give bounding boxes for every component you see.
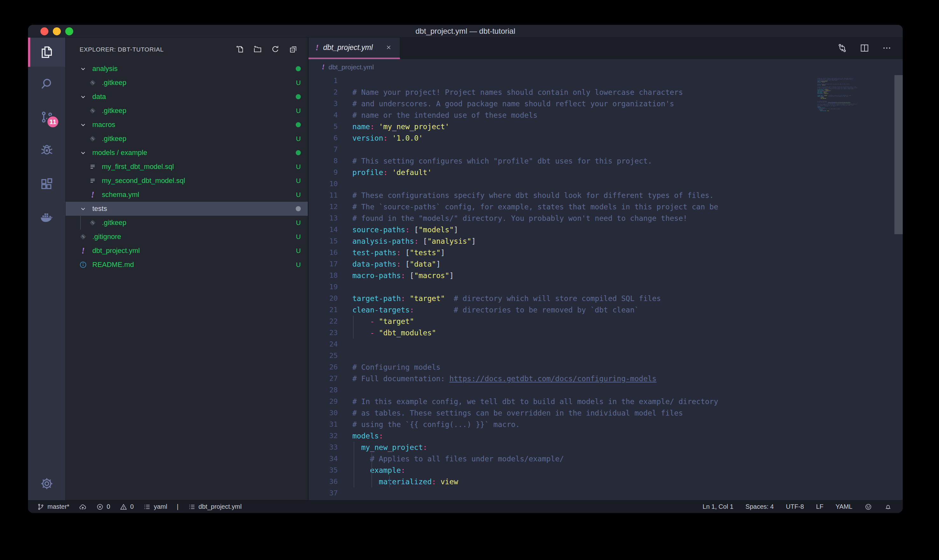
code-line-26[interactable]: 26# Configuring models [308,362,903,373]
status-eol-indicator[interactable]: LF [816,503,824,510]
activity-item-settings[interactable] [28,467,65,500]
tree-item-analysis[interactable]: analysis [66,62,308,76]
chevron-down-icon [78,92,88,102]
activity-item-debug[interactable] [28,134,65,167]
tree-item-readme-md[interactable]: README.mdU [66,258,308,272]
code-editor[interactable]: 12# Name your project! Project names sho… [308,75,903,500]
code-line-15[interactable]: 15analysis-paths: ["analysis"] [308,235,903,247]
status-publish-button[interactable] [79,503,86,511]
status-outline-file-indicator[interactable]: dbt_project.yml [188,503,242,511]
status-indentation-indicator[interactable]: Spaces: 4 [745,503,774,510]
tree-item-data[interactable]: data [66,90,308,104]
code-line-3[interactable]: 3# and underscores. A good package name … [308,98,903,109]
yaml-warning-icon: ! [322,63,325,71]
tree-item-macros[interactable]: macros [66,118,308,132]
code-line-17[interactable]: 17data-paths: ["data"] [308,258,903,270]
code-line-34[interactable]: 34 # Applies to all files under models/e… [308,453,903,465]
code-line-14[interactable]: 14source-paths: ["models"] [308,224,903,235]
code-line-30[interactable]: 30# as tables. These settings can be ove… [308,407,903,419]
code-line-8[interactable]: 8# This setting configures which "profil… [308,155,903,167]
tree-item--gitkeep[interactable]: .gitkeepU [66,104,308,118]
code-line-35[interactable]: 35 example: [308,465,903,476]
tree-item-my-second-dbt-model-sql[interactable]: my_second_dbt_model.sqlU [66,174,308,188]
tree-item--gitignore[interactable]: .gitignoreU [66,230,308,244]
status-outline-yaml-indicator[interactable]: yaml [143,503,167,511]
code-line-18[interactable]: 18macro-paths: ["macros"] [308,270,903,281]
status-notifications-bell[interactable] [884,503,892,511]
code-line-10[interactable]: 10 [308,178,903,190]
new-folder-button[interactable] [253,45,263,54]
code-line-33[interactable]: 33 my_new_project: [308,442,903,453]
new-file-button[interactable] [235,45,245,54]
more-actions-button[interactable] [882,43,893,54]
activity-item-search[interactable] [28,67,65,100]
activity-item-source-control[interactable]: 11 [28,100,65,134]
code-line-22[interactable]: 22 - "target" [308,315,903,327]
code-line-13[interactable]: 13# found in the "models/" directory. Yo… [308,212,903,224]
git-status-dot [296,94,301,99]
split-editor-button[interactable] [859,43,870,54]
tree-item-schema-yml[interactable]: !schema.ymlU [66,188,308,202]
code-line-20[interactable]: 20target-path: "target" # directory whic… [308,293,903,304]
tree-item-dbt-project-yml[interactable]: !dbt_project.ymlU [66,244,308,258]
tree-item--gitkeep[interactable]: .gitkeepU [66,76,308,90]
minimize-window-button[interactable] [53,28,61,35]
status-encoding-indicator[interactable]: UTF-8 [786,503,804,510]
zoom-window-button[interactable] [65,28,73,35]
code-line-31[interactable]: 31# using the `{{ config(...) }}` macro. [308,419,903,430]
line-number: 13 [308,212,338,224]
tab-dbt-project-yml[interactable]: ! dbt_project.yml [308,37,400,59]
code-line-4[interactable]: 4# name or the intended use of these mod… [308,109,903,121]
code-line-23[interactable]: 23 - "dbt_modules" [308,327,903,338]
code-line-37[interactable]: 37 [308,488,903,499]
status-branch-indicator[interactable]: master* [37,503,69,511]
close-tab-icon[interactable] [385,44,393,52]
code-line-9[interactable]: 9profile: 'default' [308,167,903,178]
refresh-button[interactable] [271,45,280,54]
open-changes-button[interactable] [837,43,848,54]
tree-item-tests[interactable]: tests [66,202,308,216]
code-line-1[interactable]: 1 [308,75,903,86]
status-feedback-smiley[interactable] [865,503,872,511]
code-line-28[interactable]: 28 [308,385,903,396]
status-warnings-indicator[interactable]: 0 [120,503,134,511]
collapse-all-icon [289,49,298,55]
code-line-29[interactable]: 29# In this example config, we tell dbt … [308,396,903,407]
tree-item--gitkeep[interactable]: .gitkeepU [66,132,308,146]
code-line-6[interactable]: 6version: '1.0.0' [308,132,903,144]
code-line-24[interactable]: 24 [308,338,903,350]
activity-item-extensions[interactable] [28,167,65,200]
tree-item-models-example[interactable]: models / example [66,146,308,160]
activity-item-explorer[interactable] [28,37,65,67]
code-line-32[interactable]: 32models: [308,430,903,442]
code-line-36[interactable]: 36 materialized: view [308,476,903,488]
close-window-button[interactable] [40,28,48,35]
code-line-19[interactable]: 19 [308,281,903,293]
git-untracked-badge: U [296,247,301,255]
tree-item-my-first-dbt-model-sql[interactable]: my_first_dbt_model.sqlU [66,160,308,174]
line-number: 18 [308,270,338,281]
minimap[interactable]: # Name your project! Project names shoul… [817,77,893,112]
line-number: 11 [308,190,338,201]
new-folder-icon [253,49,262,55]
git-file-icon [88,106,97,115]
code-line-25[interactable]: 25 [308,350,903,362]
scrollbar-thumb[interactable] [894,75,903,234]
code-line-11[interactable]: 11# These configurations specify where d… [308,190,903,201]
code-line-21[interactable]: 21clean-targets: # directories to be rem… [308,304,903,315]
code-line-2[interactable]: 2# Name your project! Project names shou… [308,86,903,98]
breadcrumb[interactable]: ! dbt_project.yml [308,59,903,75]
code-line-27[interactable]: 27# Full documentation: https://docs.get… [308,373,903,385]
code-line-16[interactable]: 16test-paths: ["tests"] [308,247,903,258]
collapse-all-button[interactable] [289,45,298,54]
code-line-5[interactable]: 5name: 'my_new_project' [308,121,903,132]
code-line-12[interactable]: 12# The `source-paths` config, for examp… [308,201,903,212]
activity-item-docker[interactable] [28,200,65,234]
status-line-col-indicator[interactable]: Ln 1, Col 1 [702,503,733,510]
status-label: Ln 1, Col 1 [702,503,733,510]
git-untracked-badge: U [296,261,301,269]
status-errors-indicator[interactable]: 0 [96,503,110,511]
status-language-indicator[interactable]: YAML [836,503,853,510]
code-line-7[interactable]: 7 [308,144,903,155]
tree-item--gitkeep[interactable]: .gitkeepU [66,216,308,230]
